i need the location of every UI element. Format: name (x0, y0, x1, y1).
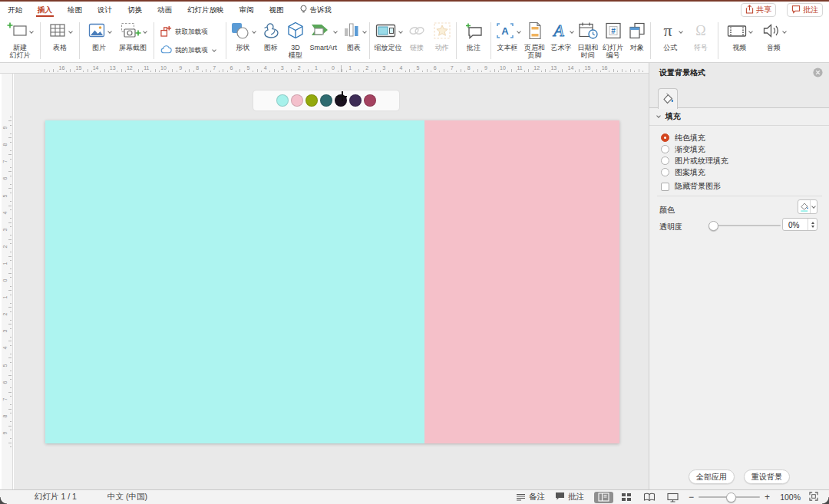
slide-number-icon: # (603, 21, 623, 44)
3d-model-button[interactable]: 3D 模型 (285, 20, 306, 60)
zoom-out-button[interactable]: − (689, 492, 694, 502)
checkbox[interactable] (661, 183, 669, 191)
fill-section-header[interactable]: 填充 (649, 108, 829, 126)
tab-tell-me[interactable]: 告诉我 (299, 2, 333, 18)
hide-background-checkbox-row[interactable]: 隐藏背景图形 (661, 181, 721, 192)
slide-number-button[interactable]: #幻灯片 编号 (602, 20, 624, 60)
chart-button[interactable]: 图表 (341, 20, 367, 52)
shapes-button[interactable]: 形状 (229, 20, 256, 52)
formula-button[interactable]: π公式 (657, 20, 683, 52)
reading-view-button[interactable] (640, 492, 659, 503)
chevron-down-icon (810, 200, 817, 213)
format-background-panel: 设置背景格式 填充 纯色填充渐变填充图片或纹理填充图案填充 隐藏背景图形 颜色 … (649, 63, 829, 489)
ribbon-group-8: π公式Ω符号 (651, 20, 718, 52)
textbox-button[interactable]: A文本框 (494, 20, 521, 52)
slide-background-left[interactable] (45, 120, 424, 443)
screenshot-icon (119, 21, 142, 44)
slider-thumb[interactable] (708, 221, 718, 231)
symbol-button: Ω符号 (690, 20, 712, 52)
menu-tab-7[interactable]: 审阅 (239, 2, 255, 18)
transparency-slider[interactable] (710, 225, 781, 226)
color-swatch-light-pink[interactable] (291, 94, 303, 107)
icons-duck-icon (260, 21, 282, 44)
stepper[interactable] (808, 219, 817, 230)
radio-button[interactable] (661, 168, 669, 176)
menu-tab-6[interactable]: 幻灯片放映 (187, 2, 225, 18)
step-up-icon[interactable] (811, 222, 814, 224)
menu-tab-4[interactable]: 切换 (127, 2, 143, 18)
language-indicator[interactable]: 中文 (中国) (107, 492, 147, 502)
color-swatch-olive-green[interactable] (306, 94, 318, 107)
menu-tab-1[interactable]: 插入 (37, 2, 53, 18)
vertical-ruler: 9876543210123456789 (2, 74, 13, 489)
menu-tab-3[interactable]: 设计 (97, 2, 113, 18)
addin-store-icon (160, 25, 172, 38)
radio-button[interactable] (661, 145, 669, 153)
zoom-in-button[interactable]: + (765, 492, 770, 502)
color-swatch-berry[interactable] (364, 94, 376, 107)
color-swatch-light-cyan[interactable] (276, 94, 289, 107)
normal-view-button[interactable] (594, 492, 613, 503)
my-addins-button[interactable]: 我的加载项 (160, 42, 216, 58)
fit-slide-icon[interactable] (809, 492, 818, 502)
zoom-slider-thumb[interactable] (726, 492, 736, 502)
color-swatch-black[interactable] (335, 94, 347, 107)
chevron-down-icon (143, 29, 147, 34)
action-button: 动作 (431, 20, 453, 52)
datetime-button[interactable]: 日期和 时间 (576, 20, 599, 60)
datetime-icon (577, 21, 599, 44)
new-slide-button[interactable]: 新建 幻灯片 (6, 20, 34, 60)
header-footer-button[interactable]: 页眉和 页脚 (523, 20, 546, 60)
zoom-percentage[interactable]: 100% (775, 492, 801, 502)
table-icon (48, 21, 68, 44)
chevron-down-icon (68, 29, 73, 34)
step-down-icon[interactable] (811, 226, 814, 228)
slide-sorter-view-button[interactable] (617, 492, 636, 503)
radio-button[interactable] (661, 133, 669, 142)
smartart-button[interactable]: SmartArt (309, 20, 338, 52)
audio-button[interactable]: 音频 (761, 20, 787, 52)
close-icon[interactable] (813, 68, 823, 77)
addin-store-button[interactable]: 获取加载项 (160, 24, 208, 40)
table-button[interactable]: 表格 (47, 20, 73, 52)
menu-tab-8[interactable]: 视图 (269, 2, 285, 18)
reset-background-button[interactable]: 重设背景 (744, 469, 790, 484)
zoom-slider[interactable] (699, 496, 760, 498)
share-button[interactable]: 共享 (741, 3, 776, 17)
screenshot-button[interactable]: 屏幕截图 (118, 20, 147, 52)
menu-tab-5[interactable]: 动画 (157, 2, 173, 18)
slide[interactable] (45, 120, 619, 443)
video-button[interactable]: 视频 (725, 20, 753, 52)
notes-toggle[interactable]: 备注 (516, 492, 545, 502)
menu-tab-2[interactable]: 绘图 (67, 2, 83, 18)
color-swatch-dark-purple[interactable] (349, 94, 362, 107)
wordart-button[interactable]: A艺术字 (548, 20, 574, 52)
color-swatch-dark-teal[interactable] (320, 94, 332, 107)
fill-tab[interactable] (658, 88, 678, 109)
svg-text:A: A (552, 21, 564, 40)
fill-option-3[interactable]: 图案填充 (661, 166, 728, 178)
transparency-spinbox[interactable]: 0% (782, 218, 817, 231)
fill-color-button[interactable] (798, 199, 817, 214)
slide-background-right[interactable] (424, 120, 619, 443)
picture-button[interactable]: 图片 (86, 20, 112, 52)
powerpoint-window: 开始插入绘图设计切换动画幻灯片放映审阅视图 告诉我 共享 批注 新建 幻灯片表格… (0, 0, 829, 504)
fill-option-1[interactable]: 渐变填充 (661, 143, 728, 155)
fill-option-2[interactable]: 图片或纹理填充 (661, 155, 728, 166)
fill-option-0[interactable]: 纯色填充 (661, 132, 728, 143)
zoom-loc-icon (375, 21, 398, 44)
comments-toggle[interactable]: 批注 (555, 492, 584, 502)
radio-button[interactable] (661, 156, 669, 165)
ribbon-group-4: 形状图标3D 模型SmartArt图表 (226, 20, 369, 60)
object-button[interactable]: 对象 (626, 20, 648, 52)
apply-all-button[interactable]: 全部应用 (689, 469, 735, 484)
fill-color-icon (798, 201, 810, 212)
ribbon: 新建 幻灯片表格图片屏幕截图获取加载项我的加载项形状图标3D 模型SmartAr… (0, 18, 829, 63)
comments-button[interactable]: 批注 (787, 3, 823, 17)
comment-button[interactable]: 批注 (462, 20, 485, 52)
slideshow-view-button[interactable] (663, 492, 682, 503)
menu-tab-0[interactable]: 开始 (7, 2, 23, 18)
zoom-loc-button[interactable]: 缩放定位 (374, 20, 403, 52)
icons-duck-button[interactable]: 图标 (259, 20, 282, 52)
chevron-down-icon (252, 29, 256, 34)
